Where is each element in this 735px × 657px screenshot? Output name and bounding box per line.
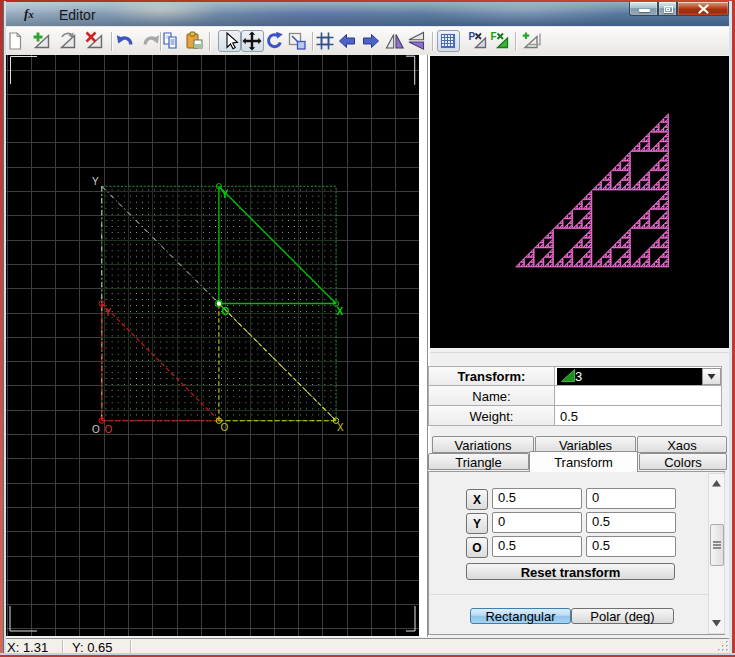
svg-text:Y: Y [105,307,112,318]
svg-text:P: P [468,31,475,42]
svg-text:F: F [491,31,497,42]
svg-text:O: O [221,422,229,433]
svg-text:X: X [337,422,344,433]
svg-text:X: X [337,306,344,317]
svg-text:O: O [92,424,100,435]
svg-text:O: O [105,424,113,435]
svg-text:Y: Y [92,176,99,187]
svg-text:Y: Y [222,189,229,200]
svg-text:O: O [222,306,230,317]
